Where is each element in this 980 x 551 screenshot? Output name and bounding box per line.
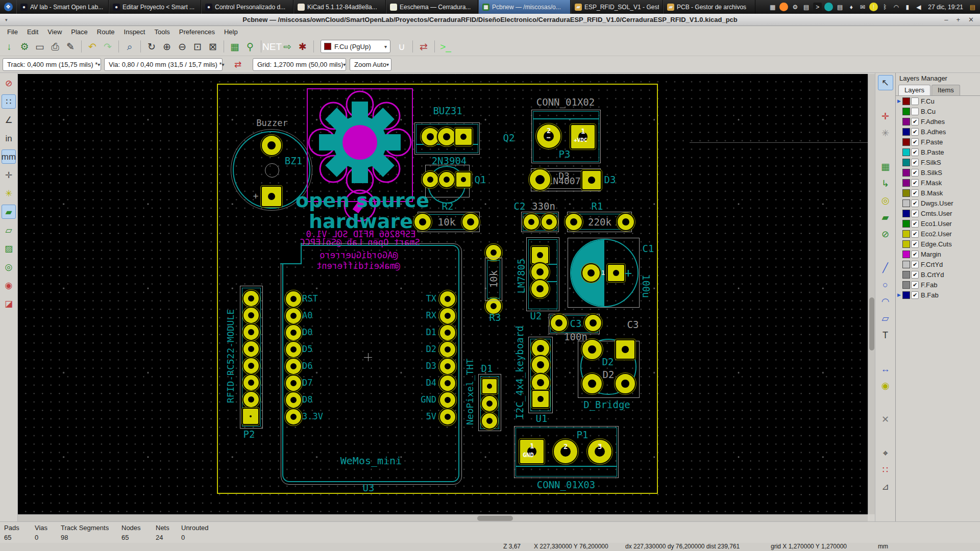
pad[interactable] bbox=[286, 409, 301, 424]
pad[interactable] bbox=[286, 308, 301, 323]
toolbar-icon[interactable]: ∪ bbox=[395, 39, 409, 54]
tray-icon[interactable]: > bbox=[813, 3, 822, 11]
layer-row[interactable]: ▶ B.Fab bbox=[896, 290, 980, 300]
layer-visibility-checkbox[interactable] bbox=[911, 169, 919, 177]
pad[interactable] bbox=[423, 172, 438, 187]
vertical-scrollbar-thumb[interactable] bbox=[869, 297, 874, 350]
layer-row[interactable]: ▶ B.Paste bbox=[896, 147, 980, 157]
tray-icon[interactable]: ▦ bbox=[768, 3, 777, 11]
layer-row[interactable]: ▶ B.Cu bbox=[896, 106, 980, 116]
taskbar-window-button[interactable]: ● Control Personalizado d... bbox=[201, 0, 293, 14]
auto-track-width-icon[interactable]: ⇄ bbox=[230, 58, 246, 71]
zoom-dropdown[interactable]: Zoom Auto▾ bbox=[350, 58, 391, 71]
layer-color-swatch[interactable] bbox=[902, 118, 910, 126]
pad[interactable] bbox=[482, 379, 497, 393]
tool-icon[interactable]: ◠ bbox=[878, 294, 893, 309]
tool-icon[interactable]: ⊿ bbox=[878, 479, 893, 494]
menu-item[interactable]: Preferences bbox=[175, 27, 219, 37]
layer-visibility-checkbox[interactable] bbox=[911, 210, 919, 217]
pad[interactable] bbox=[618, 214, 634, 230]
layer-color-swatch[interactable] bbox=[902, 251, 910, 258]
menu-item[interactable]: Tools bbox=[150, 27, 174, 37]
pad[interactable] bbox=[585, 315, 601, 331]
pad[interactable] bbox=[530, 169, 550, 190]
pad[interactable] bbox=[262, 187, 281, 206]
tool-icon[interactable]: ⊘ bbox=[878, 227, 893, 242]
pad[interactable] bbox=[286, 342, 301, 357]
layer-visibility-checkbox[interactable] bbox=[911, 281, 919, 289]
tool-icon[interactable] bbox=[878, 395, 893, 410]
pad[interactable] bbox=[440, 409, 455, 424]
toolbar-icon[interactable] bbox=[313, 40, 314, 53]
pad[interactable] bbox=[440, 392, 455, 408]
taskbar-window-button[interactable]: ▦ Pcbnew — /miscosas/o... bbox=[478, 0, 571, 14]
pad[interactable] bbox=[532, 247, 548, 263]
layer-visibility-checkbox[interactable] bbox=[911, 240, 919, 248]
toolbar-icon[interactable] bbox=[81, 40, 82, 53]
option-icon[interactable]: ∠ bbox=[2, 113, 16, 127]
pad[interactable] bbox=[262, 136, 281, 155]
option-icon[interactable]: ◪ bbox=[2, 296, 16, 311]
taskbar-window-button[interactable]: ● AV lab - Smart Open Lab... bbox=[16, 0, 109, 14]
pad[interactable] bbox=[456, 172, 471, 187]
tool-icon[interactable]: ✕ bbox=[878, 412, 893, 427]
layer-selector-dropdown[interactable]: F.Cu (PgUp) ▾ bbox=[321, 40, 390, 53]
tool-icon[interactable] bbox=[878, 92, 893, 107]
layer-color-swatch[interactable] bbox=[902, 230, 910, 238]
tool-icon[interactable]: ▰ bbox=[878, 210, 893, 225]
layer-visibility-checkbox[interactable] bbox=[911, 97, 919, 105]
option-icon[interactable]: mm bbox=[2, 149, 16, 164]
layer-color-swatch[interactable] bbox=[902, 179, 910, 187]
layer-row[interactable]: ▶ F.SilkS bbox=[896, 157, 980, 167]
layer-color-swatch[interactable] bbox=[902, 169, 910, 177]
layer-row[interactable]: ▶ F.Cu bbox=[896, 96, 980, 106]
toolbar-icon[interactable]: ⇨ bbox=[280, 39, 295, 54]
tray-icon[interactable]: ▮ bbox=[903, 3, 912, 11]
tool-icon[interactable]: ✳ bbox=[878, 126, 893, 141]
toolbar-icon[interactable] bbox=[118, 40, 119, 53]
layer-row[interactable]: ▶ Cmts.User bbox=[896, 208, 980, 218]
layer-color-swatch[interactable] bbox=[902, 108, 910, 115]
taskbar-window-button[interactable]: ≣ Eeschema — Cerradura... bbox=[386, 0, 478, 14]
pad[interactable] bbox=[566, 214, 582, 230]
layers-panel-tab[interactable]: Items bbox=[932, 85, 960, 95]
menu-item[interactable]: Route bbox=[92, 27, 119, 37]
pad[interactable] bbox=[243, 392, 259, 407]
tray-icon[interactable]: ♦ bbox=[847, 3, 855, 11]
option-icon[interactable]: ▨ bbox=[2, 241, 16, 256]
toolbar-icon[interactable]: ⚙ bbox=[17, 39, 32, 54]
pad[interactable] bbox=[482, 413, 497, 429]
vertical-scrollbar[interactable] bbox=[868, 74, 875, 514]
tool-icon[interactable]: T bbox=[878, 328, 893, 343]
menu-item[interactable]: Help bbox=[219, 27, 242, 37]
pad[interactable] bbox=[616, 340, 634, 359]
toolbar-icon[interactable]: ⊕ bbox=[160, 39, 174, 54]
taskbar-window-button[interactable]: ▰ PCB - Gestor de archivos bbox=[663, 0, 755, 14]
toolbar-icon[interactable] bbox=[140, 40, 141, 53]
layer-color-swatch[interactable] bbox=[902, 271, 910, 279]
maximize-button[interactable]: + bbox=[957, 16, 961, 23]
pad[interactable] bbox=[422, 128, 439, 145]
layer-row[interactable]: ▶ Edge.Cuts bbox=[896, 239, 980, 249]
pad[interactable] bbox=[440, 291, 455, 307]
toolbar-icon[interactable] bbox=[434, 40, 435, 53]
toolbar-icon[interactable]: ⊡ bbox=[190, 39, 205, 54]
pad[interactable] bbox=[243, 324, 259, 340]
option-icon[interactable]: ◎ bbox=[2, 260, 16, 274]
taskbar-window-button[interactable]: ▰ ESP_RFID_SOL_V1 - Gest... bbox=[571, 0, 663, 14]
toolbar-icon[interactable]: ⚲ bbox=[243, 39, 257, 54]
tool-icon[interactable]: ∷ bbox=[878, 462, 893, 478]
layer-row[interactable]: ▶ B.CrtYd bbox=[896, 269, 980, 280]
option-icon[interactable]: ✳ bbox=[2, 186, 16, 201]
menu-item[interactable]: Place bbox=[66, 27, 92, 37]
pad[interactable] bbox=[482, 396, 497, 411]
pad[interactable] bbox=[286, 375, 301, 391]
layer-row[interactable]: ▶ Dwgs.User bbox=[896, 198, 980, 208]
toolbar-icon[interactable]: ⌕ bbox=[122, 39, 137, 54]
pad[interactable] bbox=[286, 325, 301, 340]
pad[interactable] bbox=[532, 340, 549, 357]
pad[interactable] bbox=[243, 375, 259, 390]
layer-visibility-checkbox[interactable] bbox=[911, 148, 919, 156]
pad[interactable] bbox=[243, 358, 259, 373]
layer-color-swatch[interactable] bbox=[902, 189, 910, 197]
